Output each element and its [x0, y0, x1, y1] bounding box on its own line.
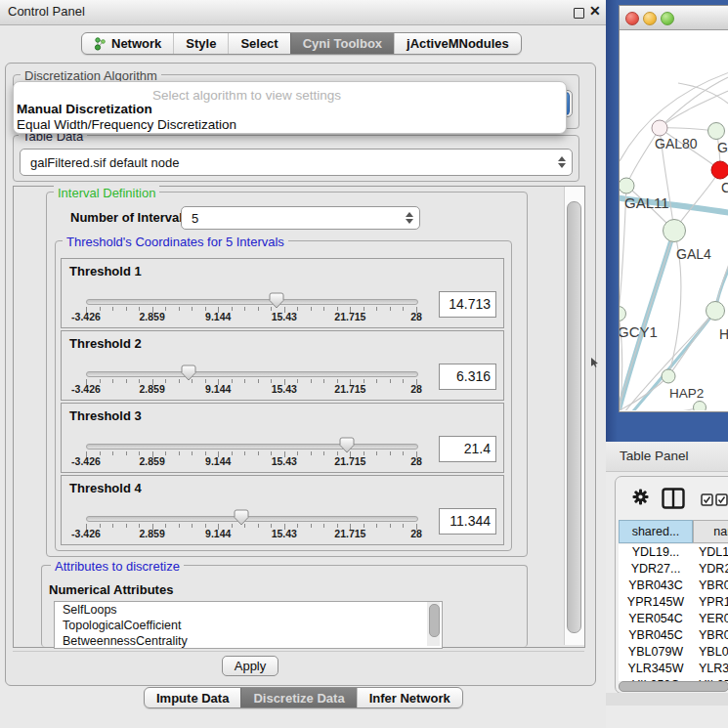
numerical-attributes-list[interactable]: SelfLoopsTopologicalCoefficientBetweenne… [54, 601, 443, 649]
network-node[interactable] [694, 402, 707, 411]
slider-tick-label: 9.144 [189, 383, 247, 395]
list-item[interactable]: TopologicalCoefficient [55, 618, 442, 633]
dropdown-option-equal-width[interactable]: Equal Width/Frequency Discretization [17, 117, 236, 132]
threshold-slider-thumb[interactable] [181, 364, 196, 385]
table-row[interactable]: YER054CYER054C [619, 611, 728, 627]
table-rows: YDL19...YDL19...YDR27...YDR27...YBR043CY… [619, 544, 728, 681]
tab-style[interactable]: Style [173, 33, 228, 54]
table-panel-header: Table Panel [606, 442, 728, 472]
gear-icon[interactable] [632, 489, 649, 509]
network-node[interactable] [664, 220, 686, 242]
threshold-value-field[interactable]: 14.713 [439, 291, 496, 318]
slider-tick [271, 379, 272, 383]
slider-tick [244, 307, 245, 311]
tab-discretize-data[interactable]: Discretize Data [240, 688, 356, 707]
list-scrollbar-thumb[interactable] [429, 604, 440, 637]
tab-jactivemnodules[interactable]: jActiveMNodules [394, 33, 521, 54]
network-edge [678, 83, 728, 109]
table-data-combobox[interactable]: galFiltered.sif default node [20, 149, 573, 176]
threshold-slider-track[interactable] [86, 299, 418, 305]
slider-tick [100, 524, 101, 528]
threshold-value-field[interactable]: 21.4 [439, 436, 496, 462]
number-of-intervals-combobox[interactable]: 5 [181, 206, 420, 230]
slider-tick [126, 307, 127, 311]
network-node-label: HAP2 [669, 386, 704, 401]
slider-tick [258, 379, 259, 383]
slider-tick [364, 307, 364, 311]
threshold-value-field[interactable]: 6.316 [439, 364, 496, 390]
slider-tick [323, 451, 324, 455]
slider-tick [112, 307, 113, 311]
tab-label: jActiveMNodules [407, 35, 509, 52]
list-item[interactable]: SelfLoops [55, 602, 442, 618]
threshold-slider-track[interactable] [86, 371, 418, 377]
network-icon [94, 37, 107, 51]
network-node[interactable] [620, 178, 634, 193]
slider-tick [297, 307, 298, 311]
column-header-shared-name[interactable]: shared... [619, 520, 693, 543]
threshold-panel-3: Threshold 3-3.4262.8599.14415.4321.71528… [61, 403, 504, 473]
table-row[interactable]: YBR043CYBR043C [619, 578, 728, 594]
tab-impute-data[interactable]: Impute Data [145, 688, 240, 707]
slider-tick-label: -3.426 [57, 311, 115, 322]
screen: Control Panel ✕ NetworkStyleSelectCyni T… [0, 0, 728, 728]
table-row[interactable]: YLR345WYLR345W [619, 661, 728, 677]
table-row[interactable]: YDL19...YDL19... [619, 544, 728, 561]
network-node[interactable] [708, 123, 725, 140]
minimize-traffic-light[interactable] [643, 12, 657, 25]
threshold-slider-track[interactable] [86, 516, 418, 522]
slider-tick [337, 524, 338, 528]
list-item[interactable]: BetweennessCentrality [55, 633, 442, 649]
float-window-icon[interactable] [574, 8, 584, 19]
network-node[interactable] [662, 369, 675, 383]
network-node[interactable] [652, 120, 667, 136]
horizontal-scrollbar-thumb[interactable] [619, 681, 728, 692]
control-panel-titlebar: Control Panel [0, 0, 606, 25]
close-traffic-light[interactable] [625, 12, 639, 25]
threshold-slider-thumb[interactable] [269, 292, 284, 313]
threshold-slider-thumb[interactable] [339, 437, 355, 457]
slider-tick-label: 28 [387, 528, 446, 539]
tab-label: Select [240, 35, 278, 52]
numerical-attributes-label: Numerical Attributes [49, 582, 173, 597]
network-node[interactable] [711, 161, 728, 179]
slider-tick [126, 379, 127, 383]
tab-infer-network[interactable]: Infer Network [357, 688, 462, 707]
network-node[interactable] [707, 302, 725, 321]
close-icon[interactable]: ✕ [589, 3, 601, 19]
tab-cyni-toolbox[interactable]: Cyni Toolbox [290, 33, 394, 54]
slider-tick-label: 28 [387, 383, 446, 395]
threshold-value-field[interactable]: 11.344 [439, 508, 496, 535]
network-window-titlebar[interactable] [620, 6, 728, 30]
slider-tick [165, 524, 166, 528]
slider-tick-label: -3.426 [57, 528, 115, 539]
checkbox-icon[interactable] [701, 492, 713, 510]
tab-select[interactable]: Select [228, 33, 289, 54]
tab-label: Style [186, 35, 216, 52]
cell-shared-name: YDL19... [619, 544, 693, 561]
network-node[interactable] [620, 307, 626, 321]
slider-tick [390, 524, 391, 528]
threshold-panel-4: Threshold 4-3.4262.8599.14415.4321.71528… [61, 475, 504, 545]
slider-tick [311, 379, 312, 383]
settings-scrollbar-thumb[interactable] [567, 201, 581, 633]
table-row[interactable]: YBR045CYBR045C [619, 627, 728, 644]
tab-network[interactable]: Network [82, 33, 173, 54]
slider-tick [179, 524, 180, 528]
split-pane-icon[interactable] [662, 488, 685, 513]
slider-tick [337, 379, 338, 383]
threshold-slider-thumb[interactable] [234, 509, 249, 530]
table-row[interactable]: YBL079WYBL079W [619, 644, 728, 661]
slider-tick [311, 451, 312, 455]
zoom-traffic-light[interactable] [661, 12, 674, 25]
table-row[interactable]: YPR145WYPR145W [619, 594, 728, 611]
threshold-slider-track[interactable] [86, 444, 418, 450]
slider-tick [244, 451, 245, 455]
network-canvas[interactable]: GAL80GACGAL11GAL4GCY1HHAP2 [620, 29, 728, 410]
checkbox-icon[interactable] [715, 492, 728, 510]
table-row[interactable]: YDR27...YDR27... [619, 561, 728, 578]
column-header-name[interactable]: name [693, 520, 728, 543]
apply-button[interactable]: Apply [222, 656, 278, 676]
dropdown-option-manual[interactable]: Manual Discretization [17, 102, 152, 116]
algorithm-dropdown: Select algorithm to view settings Manual… [13, 81, 567, 134]
